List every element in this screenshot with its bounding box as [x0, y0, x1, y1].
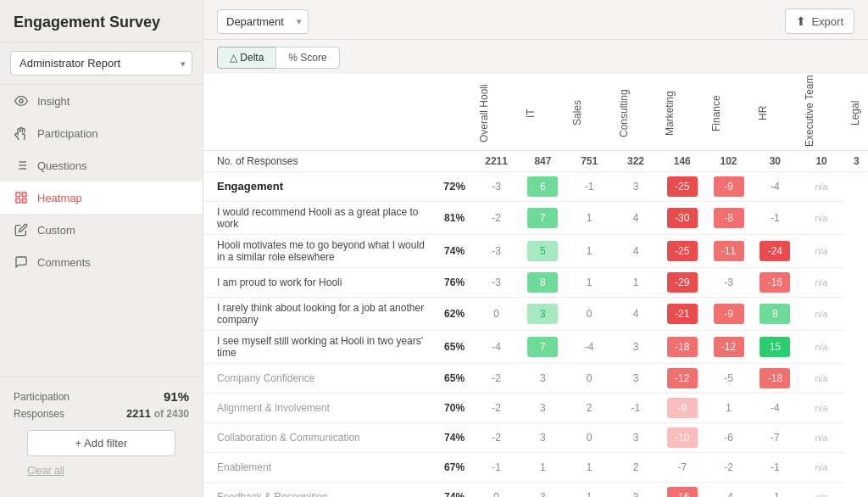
cell-value-3-7: n/a — [806, 272, 837, 293]
cell-value-6-5: -5 — [714, 368, 744, 388]
cell-value-6-7: n/a — [806, 368, 837, 388]
sidebar-item-label-questions: Questions — [37, 159, 87, 172]
cell-3-3: 1 — [613, 267, 659, 297]
responses-val-5: 102 — [705, 150, 752, 171]
sidebar-item-comments[interactable]: Comments — [0, 246, 203, 278]
row-label-1: I would recommend Hooli as a great place… — [203, 201, 436, 234]
cell-value-7-0: -2 — [481, 398, 512, 418]
row-label-9: Enablement — [203, 452, 436, 482]
cell-value-0-7: n/a — [806, 176, 837, 197]
cell-value-9-2: 1 — [574, 457, 604, 477]
row-pct-5: 65% — [436, 330, 473, 363]
sidebar-item-insight[interactable]: Insight — [0, 85, 203, 117]
cell-3-5: -3 — [705, 267, 752, 297]
responses-val-0: 2211 — [473, 150, 520, 171]
sidebar-item-heatmap[interactable]: Heatmap — [0, 181, 203, 214]
cell-value-4-2: 0 — [574, 304, 604, 324]
cell-0-3: 3 — [613, 171, 659, 201]
cell-value-1-1: 7 — [527, 208, 558, 228]
main-toolbar: Department ⬆ Export — [203, 0, 868, 40]
cell-5-6: 15 — [752, 330, 798, 363]
cell-value-10-2: 1 — [574, 487, 604, 498]
grid-icon — [14, 190, 29, 205]
cell-2-5: -11 — [705, 234, 752, 267]
export-label: Export — [811, 15, 843, 28]
cell-6-7: n/a — [798, 363, 845, 393]
eye-icon — [14, 93, 29, 109]
cell-1-4: -30 — [659, 201, 705, 234]
row-label-3: I am proud to work for Hooli — [203, 267, 436, 297]
hand-icon — [14, 126, 29, 141]
cell-6-0: -2 — [473, 363, 520, 393]
cell-value-5-6: 15 — [760, 337, 790, 357]
cell-2-2: 1 — [566, 234, 613, 267]
cell-value-2-0: -3 — [481, 241, 512, 261]
cell-value-7-4: -9 — [667, 398, 698, 418]
cell-value-5-0: -4 — [481, 337, 512, 357]
cell-0-2: -1 — [566, 171, 613, 201]
row-pct-3: 76% — [436, 267, 473, 297]
cell-1-1: 7 — [520, 201, 566, 234]
cell-value-5-2: -4 — [574, 337, 604, 357]
cell-value-0-4: -25 — [667, 176, 698, 197]
cell-3-4: -29 — [659, 267, 705, 297]
cell-value-9-4: -7 — [667, 457, 698, 477]
svg-rect-9 — [16, 198, 20, 203]
responses-val-2: 751 — [566, 150, 613, 171]
export-button[interactable]: ⬆ Export — [785, 8, 854, 34]
cell-8-0: -2 — [473, 422, 520, 452]
svg-rect-7 — [16, 193, 20, 197]
cell-value-0-6: -4 — [760, 176, 790, 197]
cell-value-2-4: -25 — [667, 241, 698, 261]
report-dropdown-wrapper[interactable]: Administrator Report Manager Report — [0, 42, 203, 85]
add-filter-button[interactable]: + Add filter — [27, 430, 175, 456]
cell-8-4: -10 — [659, 422, 705, 452]
toolbar-left: Department — [217, 9, 309, 34]
report-dropdown[interactable]: Administrator Report Manager Report — [10, 51, 192, 75]
cell-value-3-6: -16 — [760, 272, 790, 293]
cell-8-1: 3 — [520, 422, 566, 452]
toggle-score-button[interactable]: % Score — [275, 47, 339, 69]
sidebar-item-custom[interactable]: Custom — [0, 214, 203, 246]
cell-2-7: n/a — [798, 234, 845, 267]
row-pct-2: 74% — [436, 234, 473, 267]
cell-9-5: -2 — [705, 452, 752, 482]
cell-7-3: -1 — [613, 393, 659, 422]
cell-value-7-6: -4 — [760, 398, 790, 418]
cell-value-9-5: -2 — [714, 457, 744, 477]
cell-2-6: -24 — [752, 234, 798, 267]
pencil-icon — [14, 222, 29, 237]
cell-value-9-6: -1 — [760, 457, 790, 477]
department-dropdown-wrapper[interactable]: Department — [217, 9, 309, 34]
responses-row: No. of Responses221184775132214610230103 — [203, 150, 868, 171]
cell-9-6: -1 — [752, 452, 798, 482]
cell-0-1: 6 — [520, 171, 566, 201]
cell-10-5: -4 — [705, 482, 752, 497]
col-header-7: Executive Team — [798, 74, 845, 150]
cell-5-0: -4 — [473, 330, 520, 363]
row-label-5: I see myself still working at Hooli in t… — [203, 330, 436, 363]
cell-value-1-6: -1 — [760, 208, 790, 228]
sidebar-item-label-insight: Insight — [37, 95, 70, 108]
comment-icon — [14, 254, 29, 270]
cell-5-3: 3 — [613, 330, 659, 363]
sidebar-item-questions[interactable]: Questions — [0, 149, 203, 181]
cell-value-7-7: n/a — [806, 398, 837, 418]
responses-label: No. of Responses — [203, 150, 436, 171]
main-content: Department ⬆ Export △ Delta % Score Over… — [203, 0, 868, 497]
sidebar-item-participation[interactable]: Participation — [0, 117, 203, 149]
cell-value-6-3: 3 — [620, 368, 651, 388]
sidebar-item-label-custom: Custom — [37, 224, 75, 237]
cell-value-4-1: 3 — [527, 304, 558, 324]
responses-val-3: 322 — [613, 150, 659, 171]
cell-10-2: 1 — [566, 482, 613, 497]
toggle-delta-button[interactable]: △ Delta — [217, 47, 275, 69]
cell-value-8-1: 3 — [527, 427, 558, 448]
cell-7-4: -9 — [659, 393, 705, 422]
clear-all-link[interactable]: Clear all — [14, 463, 189, 485]
department-dropdown[interactable]: Department — [217, 9, 309, 34]
cell-value-4-7: n/a — [806, 304, 837, 324]
cell-value-3-3: 1 — [620, 272, 651, 293]
cell-value-3-4: -29 — [667, 272, 698, 293]
cell-4-3: 4 — [613, 297, 659, 330]
